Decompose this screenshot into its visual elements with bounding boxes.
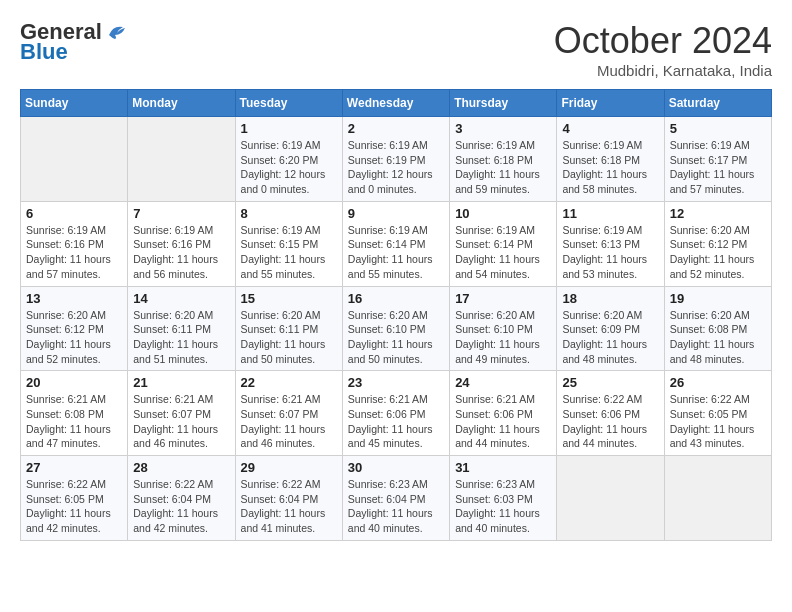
weekday-header-friday: Friday	[557, 90, 664, 117]
calendar-cell: 21Sunrise: 6:21 AM Sunset: 6:07 PM Dayli…	[128, 371, 235, 456]
calendar-cell: 19Sunrise: 6:20 AM Sunset: 6:08 PM Dayli…	[664, 286, 771, 371]
day-info: Sunrise: 6:21 AM Sunset: 6:06 PM Dayligh…	[455, 392, 551, 451]
calendar-cell	[557, 456, 664, 541]
day-number: 17	[455, 291, 551, 306]
day-number: 16	[348, 291, 444, 306]
month-title: October 2024	[554, 20, 772, 62]
calendar-cell: 12Sunrise: 6:20 AM Sunset: 6:12 PM Dayli…	[664, 201, 771, 286]
day-info: Sunrise: 6:20 AM Sunset: 6:09 PM Dayligh…	[562, 308, 658, 367]
day-number: 25	[562, 375, 658, 390]
calendar-cell: 5Sunrise: 6:19 AM Sunset: 6:17 PM Daylig…	[664, 117, 771, 202]
day-number: 2	[348, 121, 444, 136]
calendar-cell: 10Sunrise: 6:19 AM Sunset: 6:14 PM Dayli…	[450, 201, 557, 286]
logo-bird-icon	[105, 21, 127, 43]
day-number: 11	[562, 206, 658, 221]
day-number: 5	[670, 121, 766, 136]
weekday-header-thursday: Thursday	[450, 90, 557, 117]
calendar-cell: 6Sunrise: 6:19 AM Sunset: 6:16 PM Daylig…	[21, 201, 128, 286]
day-number: 28	[133, 460, 229, 475]
calendar-cell: 8Sunrise: 6:19 AM Sunset: 6:15 PM Daylig…	[235, 201, 342, 286]
day-info: Sunrise: 6:20 AM Sunset: 6:11 PM Dayligh…	[241, 308, 337, 367]
day-number: 27	[26, 460, 122, 475]
calendar-cell: 26Sunrise: 6:22 AM Sunset: 6:05 PM Dayli…	[664, 371, 771, 456]
calendar-cell: 9Sunrise: 6:19 AM Sunset: 6:14 PM Daylig…	[342, 201, 449, 286]
day-number: 18	[562, 291, 658, 306]
day-info: Sunrise: 6:20 AM Sunset: 6:10 PM Dayligh…	[455, 308, 551, 367]
day-info: Sunrise: 6:19 AM Sunset: 6:16 PM Dayligh…	[133, 223, 229, 282]
calendar-cell: 23Sunrise: 6:21 AM Sunset: 6:06 PM Dayli…	[342, 371, 449, 456]
day-number: 1	[241, 121, 337, 136]
day-number: 15	[241, 291, 337, 306]
day-number: 3	[455, 121, 551, 136]
weekday-header-sunday: Sunday	[21, 90, 128, 117]
day-info: Sunrise: 6:20 AM Sunset: 6:12 PM Dayligh…	[26, 308, 122, 367]
day-number: 10	[455, 206, 551, 221]
calendar-cell: 29Sunrise: 6:22 AM Sunset: 6:04 PM Dayli…	[235, 456, 342, 541]
calendar-cell: 30Sunrise: 6:23 AM Sunset: 6:04 PM Dayli…	[342, 456, 449, 541]
day-number: 30	[348, 460, 444, 475]
day-info: Sunrise: 6:19 AM Sunset: 6:20 PM Dayligh…	[241, 138, 337, 197]
calendar-week-1: 1Sunrise: 6:19 AM Sunset: 6:20 PM Daylig…	[21, 117, 772, 202]
title-block: October 2024 Mudbidri, Karnataka, India	[554, 20, 772, 79]
day-number: 9	[348, 206, 444, 221]
calendar-cell: 27Sunrise: 6:22 AM Sunset: 6:05 PM Dayli…	[21, 456, 128, 541]
day-info: Sunrise: 6:19 AM Sunset: 6:18 PM Dayligh…	[455, 138, 551, 197]
day-info: Sunrise: 6:20 AM Sunset: 6:11 PM Dayligh…	[133, 308, 229, 367]
calendar-cell: 3Sunrise: 6:19 AM Sunset: 6:18 PM Daylig…	[450, 117, 557, 202]
day-info: Sunrise: 6:19 AM Sunset: 6:17 PM Dayligh…	[670, 138, 766, 197]
day-info: Sunrise: 6:19 AM Sunset: 6:18 PM Dayligh…	[562, 138, 658, 197]
day-number: 21	[133, 375, 229, 390]
day-info: Sunrise: 6:19 AM Sunset: 6:13 PM Dayligh…	[562, 223, 658, 282]
day-number: 20	[26, 375, 122, 390]
calendar-cell: 17Sunrise: 6:20 AM Sunset: 6:10 PM Dayli…	[450, 286, 557, 371]
day-info: Sunrise: 6:23 AM Sunset: 6:04 PM Dayligh…	[348, 477, 444, 536]
day-info: Sunrise: 6:19 AM Sunset: 6:14 PM Dayligh…	[348, 223, 444, 282]
day-number: 23	[348, 375, 444, 390]
day-number: 22	[241, 375, 337, 390]
day-number: 31	[455, 460, 551, 475]
day-info: Sunrise: 6:21 AM Sunset: 6:07 PM Dayligh…	[133, 392, 229, 451]
day-info: Sunrise: 6:20 AM Sunset: 6:10 PM Dayligh…	[348, 308, 444, 367]
day-info: Sunrise: 6:22 AM Sunset: 6:04 PM Dayligh…	[133, 477, 229, 536]
day-info: Sunrise: 6:19 AM Sunset: 6:16 PM Dayligh…	[26, 223, 122, 282]
calendar-cell: 25Sunrise: 6:22 AM Sunset: 6:06 PM Dayli…	[557, 371, 664, 456]
calendar-cell	[128, 117, 235, 202]
day-number: 29	[241, 460, 337, 475]
day-number: 26	[670, 375, 766, 390]
day-info: Sunrise: 6:22 AM Sunset: 6:06 PM Dayligh…	[562, 392, 658, 451]
day-number: 12	[670, 206, 766, 221]
weekday-header-monday: Monday	[128, 90, 235, 117]
calendar-cell: 4Sunrise: 6:19 AM Sunset: 6:18 PM Daylig…	[557, 117, 664, 202]
day-info: Sunrise: 6:22 AM Sunset: 6:05 PM Dayligh…	[26, 477, 122, 536]
weekday-header-tuesday: Tuesday	[235, 90, 342, 117]
calendar-cell: 31Sunrise: 6:23 AM Sunset: 6:03 PM Dayli…	[450, 456, 557, 541]
calendar-cell: 13Sunrise: 6:20 AM Sunset: 6:12 PM Dayli…	[21, 286, 128, 371]
calendar-cell: 11Sunrise: 6:19 AM Sunset: 6:13 PM Dayli…	[557, 201, 664, 286]
day-number: 19	[670, 291, 766, 306]
calendar-cell: 1Sunrise: 6:19 AM Sunset: 6:20 PM Daylig…	[235, 117, 342, 202]
weekday-header-wednesday: Wednesday	[342, 90, 449, 117]
calendar-table: SundayMondayTuesdayWednesdayThursdayFrid…	[20, 89, 772, 541]
calendar-cell: 7Sunrise: 6:19 AM Sunset: 6:16 PM Daylig…	[128, 201, 235, 286]
calendar-week-5: 27Sunrise: 6:22 AM Sunset: 6:05 PM Dayli…	[21, 456, 772, 541]
day-info: Sunrise: 6:19 AM Sunset: 6:14 PM Dayligh…	[455, 223, 551, 282]
day-number: 6	[26, 206, 122, 221]
calendar-cell: 22Sunrise: 6:21 AM Sunset: 6:07 PM Dayli…	[235, 371, 342, 456]
day-info: Sunrise: 6:19 AM Sunset: 6:15 PM Dayligh…	[241, 223, 337, 282]
day-number: 14	[133, 291, 229, 306]
page-header: General Blue October 2024 Mudbidri, Karn…	[20, 20, 772, 79]
calendar-cell	[21, 117, 128, 202]
calendar-week-4: 20Sunrise: 6:21 AM Sunset: 6:08 PM Dayli…	[21, 371, 772, 456]
logo-blue: Blue	[20, 40, 68, 64]
calendar-cell	[664, 456, 771, 541]
day-info: Sunrise: 6:20 AM Sunset: 6:12 PM Dayligh…	[670, 223, 766, 282]
day-info: Sunrise: 6:20 AM Sunset: 6:08 PM Dayligh…	[670, 308, 766, 367]
day-number: 13	[26, 291, 122, 306]
calendar-cell: 15Sunrise: 6:20 AM Sunset: 6:11 PM Dayli…	[235, 286, 342, 371]
calendar-cell: 24Sunrise: 6:21 AM Sunset: 6:06 PM Dayli…	[450, 371, 557, 456]
day-info: Sunrise: 6:22 AM Sunset: 6:05 PM Dayligh…	[670, 392, 766, 451]
day-info: Sunrise: 6:21 AM Sunset: 6:08 PM Dayligh…	[26, 392, 122, 451]
day-info: Sunrise: 6:22 AM Sunset: 6:04 PM Dayligh…	[241, 477, 337, 536]
location: Mudbidri, Karnataka, India	[554, 62, 772, 79]
day-number: 8	[241, 206, 337, 221]
